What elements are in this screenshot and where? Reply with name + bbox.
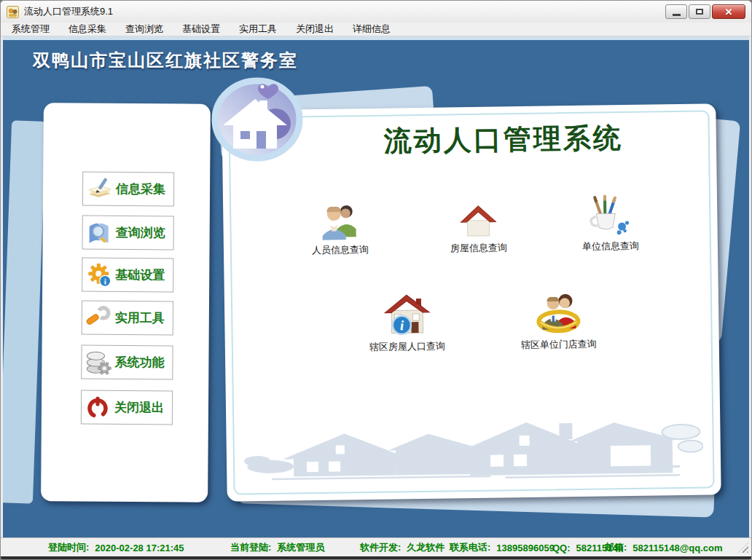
window-controls: ✕ — [664, 4, 745, 19]
sidebar-button-close-exit[interactable]: 关闭退出 — [81, 390, 173, 425]
station-header: 双鸭山市宝山区红旗社区警务室 — [33, 49, 298, 72]
shortcut-label: 房屋信息查询 — [450, 241, 507, 255]
status-label: 邮箱: — [605, 541, 627, 554]
sidebar-button-info-collection[interactable]: 信息采集 — [82, 172, 174, 207]
svg-text:i: i — [104, 277, 106, 285]
menu-system-management[interactable]: 系统管理 — [5, 23, 56, 36]
status-value: 582115148@qq.com — [632, 543, 722, 553]
shortcut-person-info-query[interactable]: 人员信息查询 — [285, 192, 395, 257]
gear-info-icon: i — [86, 262, 112, 287]
status-value: 2020-02-28 17:21:45 — [95, 543, 184, 553]
menu-close-exit[interactable]: 关闭退出 — [289, 23, 340, 36]
menu-basic-settings[interactable]: 基础设置 — [176, 23, 227, 36]
menu-details[interactable]: 详细信息 — [346, 23, 397, 36]
sidebar-button-label: 查询浏览 — [116, 224, 165, 241]
sidebar-button-system-functions[interactable]: 系统功能 — [81, 345, 173, 380]
search-book-icon — [87, 220, 113, 245]
sidebar-button-label: 系统功能 — [114, 354, 164, 371]
resize-grip[interactable] — [738, 543, 748, 553]
main-title: 流动人口管理系统 — [384, 119, 624, 160]
sidebar-panel: 信息采集 查询浏览 — [41, 103, 211, 502]
shortcut-house-info-query[interactable]: 房屋信息查询 — [423, 191, 533, 256]
main-panel: 流动人口管理系统 人员信息查询 — [222, 103, 721, 501]
shortcut-label: 辖区单位门店查询 — [521, 338, 597, 352]
sidebar-button-query-browse[interactable]: 查询浏览 — [82, 216, 174, 251]
sidebar-button-label: 信息采集 — [116, 181, 165, 197]
status-label: 联系电话: — [450, 541, 490, 554]
app-window: 流动人口管理系统9.1 ✕ 系统管理 信息采集 查询浏览 基础设置 实用工具 关… — [0, 0, 752, 560]
menu-bar: 系统管理 信息采集 查询浏览 基础设置 实用工具 关闭退出 详细信息 — [1, 23, 751, 36]
shortcut-district-unit-store-query[interactable]: 辖区单位门店查询 — [504, 287, 614, 352]
sidebar-button-label: 关闭退出 — [114, 399, 164, 416]
shortcut-unit-info-query[interactable]: 单位信息查询 — [555, 189, 665, 253]
houses-watermark — [242, 416, 703, 485]
status-label: 软件开发: — [360, 541, 401, 554]
wrench-icon — [86, 305, 112, 330]
title-bar: 流动人口管理系统9.1 ✕ — [1, 1, 751, 23]
status-login-time: 登陆时间: 2020-02-28 17:21:45 — [48, 538, 184, 557]
status-developer: 软件开发: 久龙软件 — [360, 538, 444, 557]
window-title: 流动人口管理系统9.1 — [24, 5, 113, 18]
maximize-button[interactable] — [689, 4, 710, 19]
window-frame-right — [749, 36, 751, 556]
menu-query-browse[interactable]: 查询浏览 — [119, 23, 170, 36]
shortcut-label: 辖区房屋人口查询 — [369, 340, 445, 354]
window-bottom-edge — [1, 556, 751, 560]
close-icon: ✕ — [725, 7, 733, 17]
brush-cup-icon — [588, 194, 632, 237]
people-badge-icon — [533, 291, 584, 335]
status-label: 当前登陆: — [230, 541, 271, 554]
window-frame-left — [1, 36, 3, 556]
sidebar-button-label: 基础设置 — [115, 267, 165, 283]
house-info-icon: i — [382, 293, 432, 337]
status-value: 系统管理员 — [277, 541, 324, 554]
notes-pen-icon — [87, 176, 113, 201]
house-icon — [460, 205, 497, 239]
close-button[interactable]: ✕ — [712, 4, 745, 19]
content-top-strip — [1, 36, 751, 40]
status-label: QQ: — [552, 543, 571, 553]
minimize-button[interactable] — [665, 4, 687, 19]
menu-info-collection[interactable]: 信息采集 — [62, 23, 113, 36]
status-value: 13895896059 — [496, 543, 555, 553]
maximize-icon — [696, 9, 703, 15]
house-heart-logo — [211, 77, 305, 162]
people-icon — [318, 202, 361, 240]
shortcut-district-house-population-query[interactable]: i 辖区房屋人口查询 — [352, 289, 462, 354]
status-label: 登陆时间: — [48, 541, 89, 554]
status-bar: 登陆时间: 2020-02-28 17:21:45 当前登陆: 系统管理员 软件… — [1, 537, 751, 556]
sidebar-button-label: 实用工具 — [115, 309, 165, 326]
minimize-icon — [673, 14, 681, 16]
sidebar-button-basic-settings[interactable]: i 基础设置 — [82, 258, 173, 293]
shortcut-label: 人员信息查询 — [312, 243, 369, 257]
status-current-user: 当前登陆: 系统管理员 — [230, 538, 324, 557]
sidebar-button-utilities[interactable]: 实用工具 — [82, 301, 173, 336]
status-phone: 联系电话: 13895896059 — [450, 538, 555, 557]
power-icon — [85, 395, 111, 419]
status-email: 邮箱: 582115148@qq.com — [605, 538, 723, 557]
status-value: 久龙软件 — [407, 541, 444, 554]
shortcut-label: 单位信息查询 — [582, 240, 639, 253]
database-gear-icon — [85, 350, 111, 374]
menu-utilities[interactable]: 实用工具 — [232, 23, 283, 36]
app-icon — [7, 6, 19, 18]
